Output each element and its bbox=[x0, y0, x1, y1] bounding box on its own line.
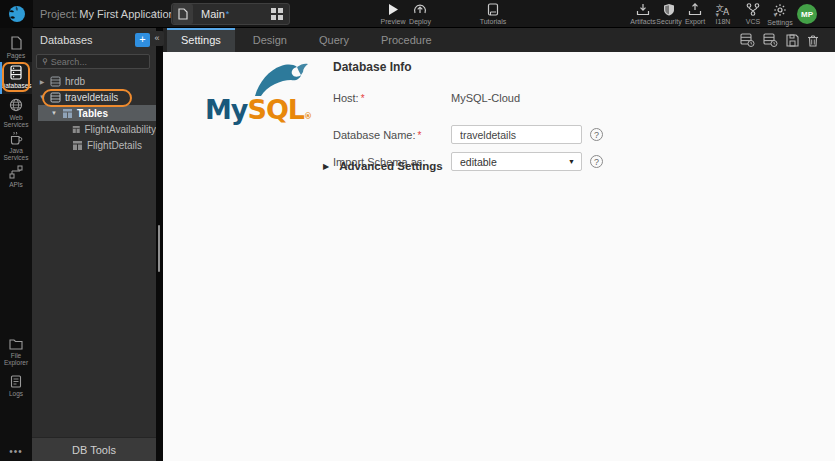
scrollbar-thumb[interactable] bbox=[158, 225, 161, 272]
tutorials-book-icon bbox=[487, 3, 499, 16]
db-pull-icon[interactable] bbox=[740, 33, 755, 47]
import-schema-select[interactable]: editable ▼ bbox=[451, 152, 582, 171]
add-database-button[interactable]: + bbox=[135, 33, 150, 47]
i18n-label: I18N bbox=[716, 18, 731, 25]
databases-panel: Databases + ⚲ ▶ hrdb ▼ bbox=[32, 28, 156, 461]
tutorials-label: Tutorials bbox=[480, 18, 507, 25]
rail-item-file-explorer[interactable]: File Explorer bbox=[0, 338, 32, 370]
java-services-coffee-icon bbox=[9, 131, 23, 145]
tree-item-label: FlightAvailability bbox=[84, 124, 156, 135]
unsaved-indicator: * bbox=[226, 9, 230, 19]
select-caret-icon: ▼ bbox=[568, 158, 575, 165]
tab-settings[interactable]: Settings bbox=[167, 28, 235, 52]
delete-icon[interactable] bbox=[807, 34, 819, 47]
deploy-label: Deploy bbox=[409, 18, 431, 25]
app-logo[interactable] bbox=[0, 0, 33, 28]
db-tools-button[interactable]: DB Tools bbox=[32, 437, 156, 461]
tree-item-hrdb[interactable]: ▶ hrdb bbox=[32, 73, 156, 89]
grid-view-icon[interactable] bbox=[271, 8, 283, 20]
export-upload-icon bbox=[688, 3, 702, 16]
tab-query[interactable]: Query bbox=[305, 28, 363, 52]
database-name-row: Database Name:* ? bbox=[333, 125, 663, 144]
db-sync-icon[interactable] bbox=[763, 33, 778, 47]
breadcrumb-chevron-icon: › bbox=[153, 6, 157, 20]
tree-item-tables[interactable]: ▼ Tables bbox=[38, 105, 156, 121]
rail-label: APIs bbox=[9, 181, 23, 188]
database-icon bbox=[50, 76, 61, 87]
tab-design[interactable]: Design bbox=[239, 28, 301, 52]
expanded-arrow-icon[interactable]: ▼ bbox=[38, 94, 46, 100]
table-icon bbox=[72, 140, 83, 151]
tree-item-label: traveldetails bbox=[65, 92, 118, 103]
rail-more-button[interactable]: ••• bbox=[0, 446, 32, 457]
apis-connector-icon bbox=[9, 165, 23, 179]
help-icon[interactable]: ? bbox=[590, 128, 603, 141]
mysql-wordmark: MySQL® bbox=[205, 94, 311, 125]
panel-collapse-button[interactable]: « bbox=[150, 31, 164, 46]
rail-item-logs[interactable]: Logs bbox=[0, 375, 32, 401]
page-selector[interactable]: Main * bbox=[171, 3, 290, 25]
settings-button[interactable]: Settings ▾ bbox=[758, 3, 802, 26]
settings-gear-icon bbox=[773, 3, 787, 17]
panel-divider bbox=[156, 28, 163, 461]
user-avatar[interactable]: MP bbox=[797, 4, 817, 24]
rail-item-databases[interactable]: Databases bbox=[0, 62, 32, 94]
rail-label: File Explorer bbox=[0, 352, 32, 366]
advanced-settings-toggle[interactable]: ▶ Advanced Settings bbox=[323, 160, 443, 172]
database-name-label: Database Name:* bbox=[333, 129, 451, 141]
host-value: MySQL-Cloud bbox=[451, 92, 520, 104]
collapsed-arrow-icon: ▶ bbox=[323, 162, 329, 171]
tables-folder-icon bbox=[62, 108, 73, 119]
file-explorer-folder-icon bbox=[9, 338, 23, 350]
import-schema-value: editable bbox=[460, 156, 497, 168]
save-icon[interactable] bbox=[786, 34, 799, 47]
i18n-translate-icon: 文 A bbox=[716, 3, 731, 16]
host-row: Host:* MySQL-Cloud bbox=[333, 88, 663, 107]
deploy-button[interactable]: Deploy bbox=[398, 3, 442, 25]
table-icon bbox=[72, 124, 80, 135]
tree-item-label: FlightDetails bbox=[87, 140, 142, 151]
top-bar: Project: My First Application › Main * P… bbox=[0, 0, 835, 28]
required-marker: * bbox=[418, 130, 422, 141]
left-rail: Pages Databases Web Services bbox=[0, 28, 32, 461]
search-input[interactable] bbox=[51, 57, 137, 67]
database-name-input[interactable] bbox=[451, 125, 582, 144]
help-icon[interactable]: ? bbox=[590, 155, 603, 168]
mysql-wordmark-sql: SQL bbox=[247, 94, 304, 125]
tab-procedure[interactable]: Procedure bbox=[367, 28, 446, 52]
tree-item-traveldetails[interactable]: ▼ traveldetails bbox=[32, 89, 156, 105]
panel-search[interactable]: ⚲ bbox=[36, 54, 150, 69]
mysql-wordmark-my: My bbox=[205, 94, 247, 125]
tree-item-label: Tables bbox=[77, 108, 108, 119]
expanded-arrow-icon[interactable]: ▼ bbox=[50, 110, 58, 116]
rail-item-web-services[interactable]: Web Services bbox=[0, 98, 32, 128]
rail-item-apis[interactable]: APIs bbox=[0, 165, 32, 191]
web-services-globe-icon bbox=[9, 98, 23, 112]
settings-label: Settings bbox=[767, 19, 792, 26]
database-tree: ▶ hrdb ▼ traveldetails ▼ bbox=[32, 73, 156, 153]
tutorials-button[interactable]: Tutorials bbox=[471, 3, 515, 25]
rail-label: Databases bbox=[0, 82, 31, 89]
wavemaker-logo-icon bbox=[8, 5, 26, 23]
mysql-logo: MySQL® bbox=[205, 62, 335, 132]
databases-icon bbox=[9, 65, 23, 80]
form-heading: Database Info bbox=[333, 60, 663, 74]
search-icon: ⚲ bbox=[42, 57, 48, 66]
collapsed-arrow-icon[interactable]: ▶ bbox=[38, 78, 46, 85]
rail-item-java-services[interactable]: Java Services bbox=[0, 131, 32, 161]
svg-text:A: A bbox=[723, 7, 730, 16]
registered-mark: ® bbox=[304, 112, 311, 121]
tree-item-flightavailability[interactable]: FlightAvailability bbox=[32, 121, 156, 137]
rail-label: Java Services bbox=[0, 147, 32, 161]
tree-item-flightdetails[interactable]: FlightDetails bbox=[32, 137, 156, 153]
app-window: Project: My First Application › Main * P… bbox=[0, 0, 835, 461]
rail-item-pages[interactable]: Pages bbox=[0, 36, 32, 62]
pages-icon bbox=[10, 36, 23, 50]
host-label: Host:* bbox=[333, 92, 451, 104]
panel-header: Databases + bbox=[32, 28, 156, 52]
main-content: MySQL® Database Info Host:* MySQL-Cloud … bbox=[163, 52, 835, 461]
project-name: My First Application bbox=[79, 8, 174, 20]
panel-title: Databases bbox=[40, 34, 93, 46]
rail-label: Pages bbox=[7, 52, 25, 59]
mysql-dolphin-icon bbox=[253, 62, 309, 98]
